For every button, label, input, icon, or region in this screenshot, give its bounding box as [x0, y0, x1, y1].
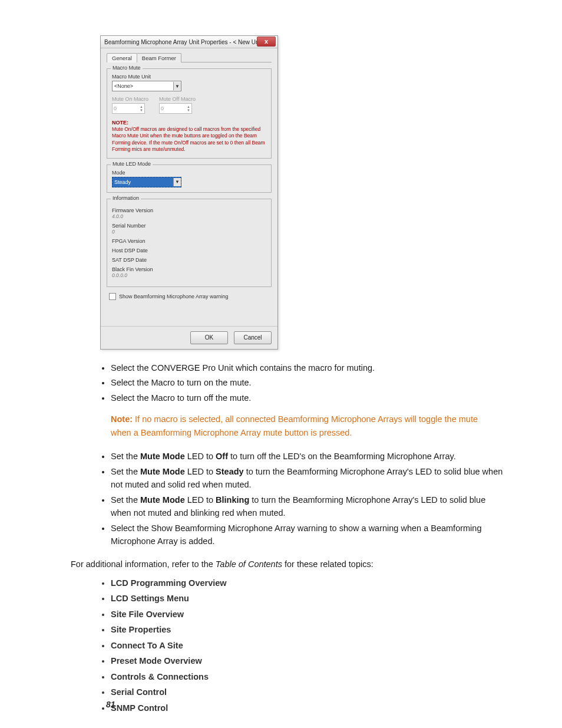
- tab-general[interactable]: General: [107, 53, 137, 62]
- list-item: Serial Control: [111, 686, 503, 699]
- reference-paragraph: For additional information, refer to the…: [71, 558, 503, 571]
- list-item: Select the Show Beamforming Microphone A…: [111, 522, 503, 548]
- list-item: SNMP Control: [111, 701, 503, 714]
- list-item: Controls & Connections: [111, 670, 503, 683]
- mute-led-group: Mute LED Mode Mode Steady ▼: [107, 164, 272, 193]
- instruction-list-1: Select the CONVERGE Pro Unit which conta…: [100, 361, 503, 404]
- macro-mute-unit-label: Macro Mute Unit: [112, 74, 266, 80]
- checkbox-icon[interactable]: [109, 293, 116, 300]
- list-item: Connect To A Site: [111, 639, 503, 652]
- information-group: Information Firmware Version4.0.0 Serial…: [107, 199, 272, 287]
- list-item: Site Properties: [111, 623, 503, 636]
- list-item: Select the Macro to turn on the mute.: [111, 376, 503, 389]
- note-box: Note: If no macro is selected, all conne…: [111, 413, 488, 439]
- tab-beam-former[interactable]: Beam Former: [137, 53, 181, 62]
- close-icon[interactable]: x: [257, 37, 276, 47]
- mute-off-spinner[interactable]: 0 ▲▼: [159, 103, 192, 114]
- dialog-tabs: GeneralBeam Former: [107, 53, 272, 62]
- instruction-list-2: Set the Mute Mode LED to Off to turn off…: [100, 450, 503, 548]
- macro-note-label: NOTE:: [112, 120, 128, 126]
- page-number: 81: [106, 700, 115, 709]
- cancel-button[interactable]: Cancel: [234, 331, 272, 344]
- mute-on-label: Mute On Macro: [112, 96, 148, 102]
- mute-on-spinner[interactable]: 0 ▲▼: [112, 103, 145, 114]
- spinner-arrows-icon: ▲▼: [187, 105, 190, 112]
- list-item: Set the Mute Mode LED to Steady to turn …: [111, 465, 503, 492]
- list-item: LCD Programming Overview: [111, 577, 503, 589]
- dialog-title: Beamforming Microphone Array Unit Proper…: [104, 39, 265, 45]
- list-item: Set the Mute Mode LED to Blinking to tur…: [111, 493, 503, 520]
- spinner-arrows-icon: ▲▼: [140, 105, 143, 112]
- list-item: Preset Mode Overview: [111, 654, 503, 667]
- mode-label: Mode: [112, 170, 266, 176]
- note-text: If no macro is selected, all connected B…: [111, 414, 478, 437]
- mute-off-label: Mute Off Macro: [159, 96, 196, 102]
- list-item: Site File Overview: [111, 608, 503, 621]
- show-warning-label: Show Beamforming Microphone Array warnin…: [119, 294, 229, 299]
- ok-button[interactable]: OK: [190, 331, 228, 344]
- list-item: Select the CONVERGE Pro Unit which conta…: [111, 361, 503, 374]
- list-item: Set the Mute Mode LED to Off to turn off…: [111, 450, 503, 463]
- dialog-screenshot: Beamforming Microphone Array Unit Proper…: [100, 35, 278, 350]
- chevron-down-icon: ▼: [173, 178, 181, 186]
- macro-mute-unit-select[interactable]: <None> ▼: [112, 81, 181, 91]
- macro-mute-group: Macro Mute Macro Mute Unit <None> ▼ Mute…: [107, 68, 272, 159]
- list-item: LCD Settings Menu: [111, 592, 503, 605]
- note-label: Note:: [111, 414, 133, 424]
- mute-led-mode-select[interactable]: Steady ▼: [112, 177, 181, 187]
- chevron-down-icon: ▼: [173, 82, 181, 90]
- dialog-titlebar: Beamforming Microphone Array Unit Proper…: [101, 36, 277, 48]
- show-warning-row[interactable]: Show Beamforming Microphone Array warnin…: [109, 293, 272, 300]
- related-topics-list: LCD Programming Overview LCD Settings Me…: [100, 577, 503, 714]
- macro-note-body: Mute On/Off macros are designed to call …: [112, 126, 266, 153]
- list-item: Select the Macro to turn off the mute.: [111, 391, 503, 404]
